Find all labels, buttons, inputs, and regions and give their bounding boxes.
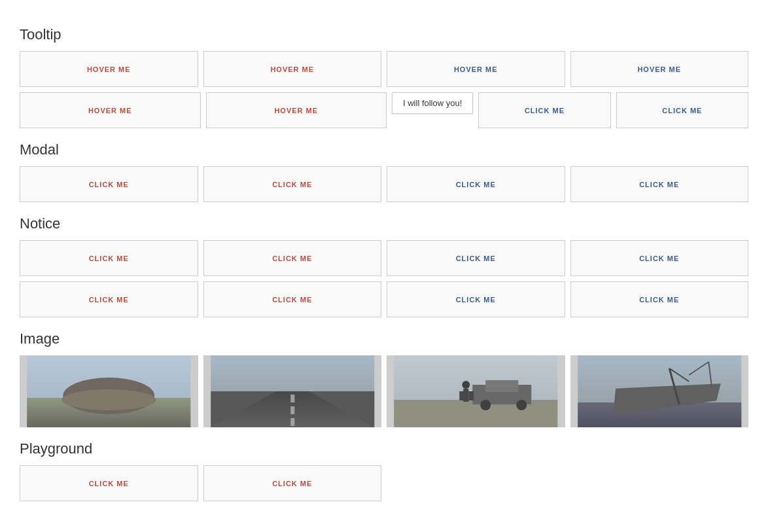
- tooltip-section-title: Tooltip: [20, 26, 748, 43]
- svg-rect-9: [290, 418, 294, 426]
- playground-section-title: Playground: [20, 440, 748, 457]
- svg-rect-8: [290, 406, 294, 414]
- modal-btn-4[interactable]: CLICK ME: [570, 166, 749, 202]
- playground-btn-1[interactable]: CLICK ME: [20, 465, 198, 501]
- svg-rect-13: [485, 380, 518, 392]
- image-grid: [20, 355, 748, 427]
- tooltip-btn-2[interactable]: HOVER ME: [203, 51, 382, 87]
- svg-rect-19: [468, 391, 474, 400]
- notice-btn-3[interactable]: CLICK ME: [387, 240, 565, 276]
- tooltip-btn-3[interactable]: HOVER ME: [387, 51, 565, 87]
- image-2: [203, 355, 382, 427]
- notice-section-title: Notice: [20, 215, 748, 232]
- tooltip-popup: I will follow you!: [392, 92, 473, 114]
- notice-btn-6[interactable]: CLICK ME: [203, 281, 382, 317]
- tooltip-btn-4[interactable]: HOVER ME: [570, 51, 749, 87]
- notice-btn-5[interactable]: CLICK ME: [20, 281, 198, 317]
- notice-btn-4[interactable]: CLICK ME: [570, 240, 749, 276]
- playground-empty-1: [387, 465, 565, 501]
- svg-point-16: [462, 381, 470, 389]
- modal-btn-1[interactable]: CLICK ME: [20, 166, 198, 202]
- image-section-title: Image: [20, 330, 748, 347]
- tooltip-btn-6[interactable]: HOVER ME: [206, 92, 387, 128]
- modal-section-title: Modal: [20, 141, 748, 158]
- playground-empty-2: [570, 465, 749, 501]
- modal-btn-3[interactable]: CLICK ME: [387, 166, 565, 202]
- image-4: [570, 355, 749, 427]
- svg-rect-18: [459, 391, 464, 400]
- tooltip-row1: HOVER ME HOVER ME HOVER ME HOVER ME: [20, 51, 748, 87]
- notice-btn-1[interactable]: CLICK ME: [20, 240, 198, 276]
- tooltip-btn-1[interactable]: HOVER ME: [20, 51, 198, 87]
- tooltip-btn-7[interactable]: CLICK ME: [478, 92, 610, 128]
- image-3: [387, 355, 565, 427]
- notice-btn-2[interactable]: CLICK ME: [203, 240, 382, 276]
- svg-point-15: [516, 400, 527, 410]
- image-1: [20, 355, 198, 427]
- modal-row1: CLICK ME CLICK ME CLICK ME CLICK ME: [20, 166, 748, 202]
- svg-point-14: [480, 400, 491, 410]
- notice-btn-8[interactable]: CLICK ME: [570, 281, 749, 317]
- playground-grid: CLICK ME CLICK ME: [20, 465, 748, 501]
- playground-btn-2[interactable]: CLICK ME: [203, 465, 382, 501]
- tooltip-btn-8[interactable]: CLICK ME: [616, 92, 748, 128]
- svg-rect-7: [290, 395, 294, 402]
- notice-row2: CLICK ME CLICK ME CLICK ME CLICK ME: [20, 281, 748, 317]
- tooltip-btn-5[interactable]: HOVER ME: [20, 92, 201, 128]
- notice-btn-7[interactable]: CLICK ME: [387, 281, 565, 317]
- notice-row1: CLICK ME CLICK ME CLICK ME CLICK ME: [20, 240, 748, 276]
- svg-point-3: [61, 389, 156, 410]
- modal-btn-2[interactable]: CLICK ME: [203, 166, 382, 202]
